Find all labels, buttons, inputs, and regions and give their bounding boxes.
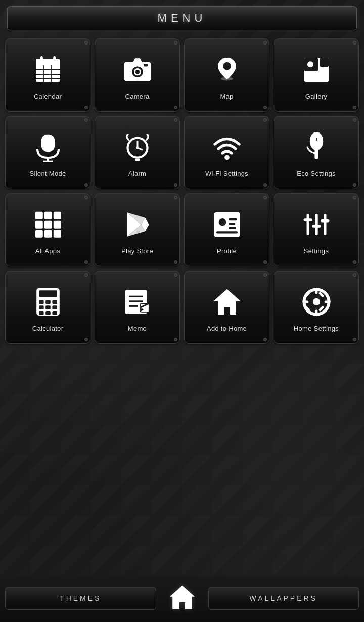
app-item-all-apps[interactable]: All Apps xyxy=(5,193,90,266)
svg-rect-65 xyxy=(39,311,44,315)
app-item-profile[interactable]: Profile xyxy=(184,193,269,266)
svg-marker-87 xyxy=(169,586,195,609)
svg-point-46 xyxy=(218,218,225,226)
menu-title: MENU xyxy=(158,12,207,24)
svg-rect-2 xyxy=(36,63,60,65)
svg-rect-59 xyxy=(39,300,44,304)
svg-rect-4 xyxy=(53,56,56,62)
svg-rect-41 xyxy=(53,221,61,229)
menu-header: MENU xyxy=(7,6,357,30)
svg-rect-44 xyxy=(53,230,61,238)
svg-rect-88 xyxy=(174,597,191,597)
map-icon xyxy=(209,52,245,87)
svg-rect-49 xyxy=(229,227,236,229)
profile-label: Profile xyxy=(217,247,237,255)
svg-rect-67 xyxy=(52,311,57,315)
app-item-alarm[interactable]: Alarm xyxy=(95,116,180,189)
bottom-bar: THEMES WALLAPPERS xyxy=(0,576,364,622)
app-item-memo[interactable]: Memo xyxy=(95,271,180,344)
play-store-icon xyxy=(120,207,155,242)
add-to-home-icon xyxy=(209,284,245,320)
play-store-label: Play Store xyxy=(121,247,153,255)
settings-icon xyxy=(299,207,334,242)
svg-rect-20 xyxy=(320,58,329,67)
svg-rect-64 xyxy=(52,305,57,309)
svg-rect-50 xyxy=(216,231,238,233)
home-settings-label: Home Settings xyxy=(294,325,339,332)
app-item-home-settings[interactable]: Home Settings xyxy=(274,271,359,344)
app-item-map[interactable]: Map xyxy=(184,38,269,112)
svg-rect-43 xyxy=(44,230,52,238)
app-item-add-to-home[interactable]: Add to Home xyxy=(184,271,269,344)
svg-rect-15 xyxy=(144,64,148,66)
svg-rect-62 xyxy=(39,305,44,309)
svg-rect-40 xyxy=(44,221,52,229)
app-item-calendar[interactable]: Calendar xyxy=(5,38,90,112)
all-apps-label: All Apps xyxy=(35,247,60,255)
svg-rect-47 xyxy=(229,218,237,220)
gallery-icon xyxy=(299,52,334,87)
alarm-icon xyxy=(120,129,155,165)
calculator-icon xyxy=(30,284,66,320)
svg-rect-37 xyxy=(44,212,52,219)
svg-rect-81 xyxy=(302,301,308,303)
app-item-wifi-settings[interactable]: Wi-Fi Settings xyxy=(184,116,269,189)
svg-marker-11 xyxy=(133,58,142,62)
eco-settings-label: Eco Settings xyxy=(297,170,336,177)
svg-point-32 xyxy=(224,155,230,160)
app-grid: CalendarCameraMapGallerySilent ModeAlarm… xyxy=(0,34,364,348)
gallery-label: Gallery xyxy=(305,93,327,100)
silent-mode-label: Silent Mode xyxy=(30,170,66,177)
svg-rect-63 xyxy=(46,305,51,309)
settings-label: Settings xyxy=(304,247,329,255)
svg-point-78 xyxy=(312,298,320,305)
svg-rect-79 xyxy=(315,288,317,294)
app-item-settings[interactable]: Settings xyxy=(274,193,359,266)
app-item-silent-mode[interactable]: Silent Mode xyxy=(5,116,90,189)
calendar-icon xyxy=(30,52,66,87)
svg-rect-60 xyxy=(46,300,51,304)
svg-marker-75 xyxy=(213,289,241,315)
app-item-camera[interactable]: Camera xyxy=(95,38,180,112)
silent-mode-icon xyxy=(30,129,66,165)
svg-rect-82 xyxy=(324,301,330,303)
svg-rect-42 xyxy=(35,230,42,238)
svg-point-30 xyxy=(136,147,139,149)
svg-rect-3 xyxy=(40,56,43,62)
camera-label: Camera xyxy=(125,93,149,100)
svg-rect-25 xyxy=(41,135,54,152)
app-item-gallery[interactable]: Gallery xyxy=(274,38,359,112)
wallappers-button[interactable]: WALLAPPERS xyxy=(208,587,359,610)
camera-icon xyxy=(120,52,155,87)
calendar-label: Calendar xyxy=(34,93,62,100)
svg-rect-48 xyxy=(229,223,235,225)
profile-icon xyxy=(209,207,245,242)
memo-label: Memo xyxy=(128,325,147,332)
wifi-settings-label: Wi-Fi Settings xyxy=(205,170,248,177)
wifi-settings-icon xyxy=(209,129,245,165)
eco-settings-icon xyxy=(299,129,334,165)
svg-rect-36 xyxy=(35,212,42,219)
home-settings-icon xyxy=(299,284,334,320)
svg-rect-38 xyxy=(53,212,61,219)
home-button[interactable] xyxy=(160,580,204,616)
svg-rect-58 xyxy=(39,290,57,297)
svg-point-14 xyxy=(135,70,139,74)
map-label: Map xyxy=(220,93,233,100)
alarm-label: Alarm xyxy=(128,170,146,177)
svg-rect-66 xyxy=(46,311,51,315)
app-item-play-store[interactable]: Play Store xyxy=(95,193,180,266)
memo-icon xyxy=(120,284,155,320)
svg-point-17 xyxy=(223,62,231,70)
svg-point-21 xyxy=(307,61,313,67)
svg-rect-39 xyxy=(35,221,42,229)
calculator-label: Calculator xyxy=(32,325,64,332)
app-item-calculator[interactable]: Calculator xyxy=(5,271,90,344)
svg-rect-31 xyxy=(135,159,140,161)
all-apps-icon xyxy=(30,207,66,242)
svg-rect-61 xyxy=(52,300,57,304)
themes-button[interactable]: THEMES xyxy=(5,587,156,610)
svg-rect-80 xyxy=(315,310,317,316)
svg-rect-34 xyxy=(314,149,318,159)
app-item-eco-settings[interactable]: Eco Settings xyxy=(274,116,359,189)
